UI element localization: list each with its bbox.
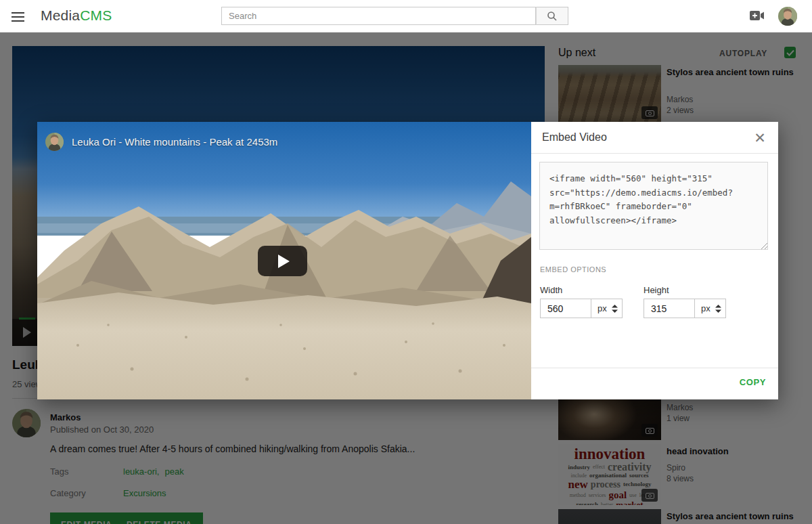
hamburger-menu-icon[interactable] [12,9,28,23]
play-icon [278,255,290,268]
search-icon [547,11,558,22]
close-icon[interactable]: ✕ [751,129,769,147]
width-unit-select[interactable]: px [591,299,623,318]
height-label: Height [644,285,669,295]
video-add-icon [750,10,765,21]
width-input[interactable] [540,299,591,318]
width-label: Width [540,285,562,295]
search-button[interactable] [536,7,568,25]
upload-media-button[interactable] [747,8,767,24]
top-header: MediaCMS [0,0,812,32]
search-input[interactable] [221,7,536,25]
spinner-arrows-icon [612,305,618,313]
height-unit-select[interactable]: px [694,299,726,318]
embed-options-label: EMBED OPTIONS [540,265,606,274]
modal-title: Embed Video [542,131,607,144]
user-avatar[interactable] [778,7,797,26]
preview-video-title: Leuka Ori - White mountains - Peak at 24… [72,136,277,148]
preview-title-bar: Leuka Ori - White mountains - Peak at 24… [45,133,277,151]
logo-media: Media [41,7,80,23]
channel-avatar[interactable] [45,133,64,151]
copy-button[interactable]: COPY [740,377,766,387]
width-unit-value: px [597,303,607,313]
embed-options-panel: Embed Video ✕ <iframe width="560" height… [531,122,778,399]
logo[interactable]: MediaCMS [41,7,112,24]
logo-cms: CMS [80,7,112,23]
user-avatar-image [778,7,797,26]
embed-code-textarea[interactable]: <iframe width="560" height="315" src="ht… [539,162,768,250]
height-unit-value: px [701,303,710,313]
height-input[interactable] [644,299,695,318]
modal-header: Embed Video ✕ [531,122,778,154]
modal-footer: COPY [531,368,778,399]
embed-video-modal: Leuka Ori - White mountains - Peak at 24… [37,122,778,399]
resize-handle-icon[interactable] [760,242,768,250]
spinner-arrows-icon [715,305,721,313]
app-screen: MediaCMS [0,0,812,524]
embed-video-preview[interactable]: Leuka Ori - White mountains - Peak at 24… [37,122,531,399]
play-button[interactable] [258,246,307,276]
